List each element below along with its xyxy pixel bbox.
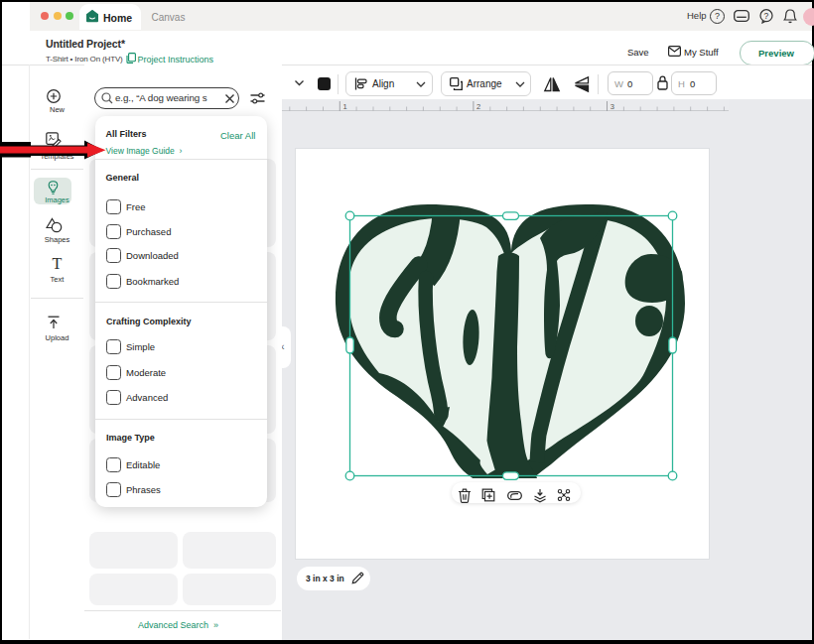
svg-text:3: 3 — [610, 102, 614, 111]
svg-text:?: ? — [764, 11, 769, 21]
svg-text:1: 1 — [343, 102, 347, 111]
svg-text:2: 2 — [476, 102, 480, 111]
